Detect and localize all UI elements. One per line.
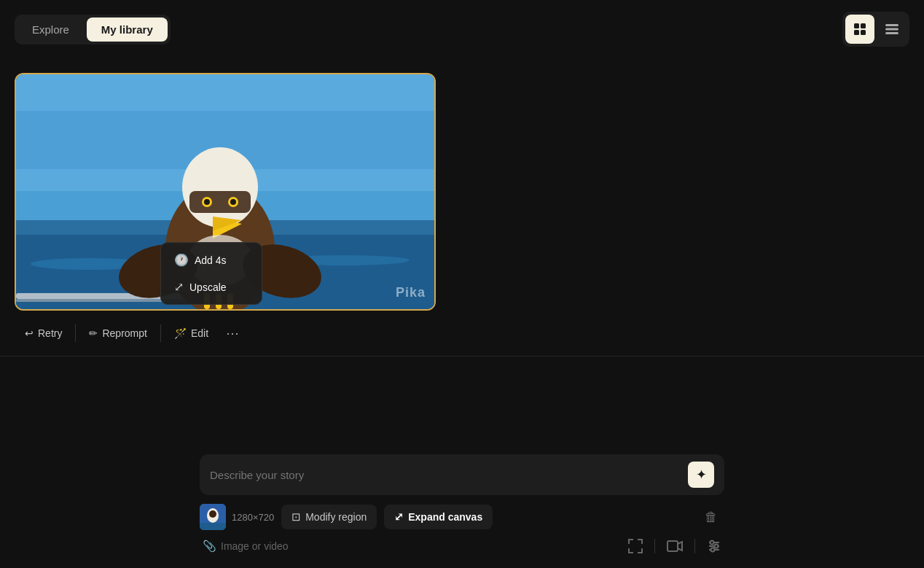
edit-pencil-icon: ✏	[89, 327, 98, 339]
svg-point-18	[182, 147, 258, 227]
bottom-toolbar: 📎 Image or video	[200, 539, 724, 553]
input-area: ✦ 1280×720 ⊡ Modify region ⤢ Expand canv…	[0, 454, 924, 568]
trash-button[interactable]: 🗑	[698, 504, 724, 530]
expand-canvas-icon: ⤢	[394, 510, 404, 524]
reprompt-button[interactable]: ✏ Reprompt	[79, 322, 157, 345]
attach-button[interactable]: 📎 Image or video	[203, 540, 289, 553]
nav-tabs: Explore My library	[15, 15, 171, 44]
clock-icon: 🕐	[174, 253, 189, 267]
modify-region-icon: ⊡	[291, 510, 301, 524]
svg-point-23	[230, 199, 236, 205]
thumbnail-svg	[200, 504, 226, 530]
fullscreen-icon	[628, 539, 643, 553]
retry-button[interactable]: ↩ Retry	[15, 322, 72, 345]
sparkle-icon: ✦	[696, 467, 707, 483]
svg-point-40	[710, 541, 714, 545]
thumbnail-area: 1280×720	[200, 504, 274, 530]
prompt-input[interactable]	[210, 469, 682, 481]
svg-point-42	[711, 548, 715, 552]
svg-rect-19	[189, 191, 251, 213]
video-icon	[667, 540, 683, 552]
svg-rect-5	[885, 28, 898, 31]
action-divider-1	[75, 324, 76, 342]
grid-view-btn[interactable]	[845, 15, 874, 44]
more-options-button[interactable]: ⋯	[220, 321, 245, 346]
view-controls	[842, 12, 909, 47]
list-view-btn[interactable]	[877, 15, 907, 44]
sliders-icon	[707, 539, 721, 553]
bottom-right-controls	[628, 539, 721, 553]
resolution-text: 1280×720	[232, 512, 274, 523]
expand-canvas-button[interactable]: ⤢ Expand canvas	[384, 505, 493, 529]
edit-button[interactable]: 🪄 Edit	[164, 322, 219, 345]
svg-point-21	[204, 199, 210, 205]
header: Explore My library	[0, 0, 924, 58]
main-content: Pika 🕐 Add 4s ⤢ Upscale ↩ Retry ✏ Reprom	[0, 58, 924, 349]
settings-button[interactable]	[707, 539, 721, 553]
fullscreen-button[interactable]	[628, 539, 643, 553]
explore-tab[interactable]: Explore	[17, 17, 84, 42]
svg-rect-6	[885, 32, 898, 34]
wand-icon: 🪄	[174, 327, 187, 339]
svg-rect-3	[861, 30, 866, 35]
bottom-divider-2	[694, 539, 695, 553]
svg-rect-35	[200, 523, 226, 530]
bottom-divider-1	[654, 539, 655, 553]
paperclip-icon: 📎	[203, 540, 216, 553]
action-divider-2	[160, 324, 161, 342]
prompt-row: ✦	[200, 454, 724, 495]
upscale-menu-item[interactable]: ⤢ Upscale	[164, 274, 259, 300]
modify-region-button[interactable]: ⊡ Modify region	[281, 505, 377, 529]
add-4s-menu-item[interactable]: 🕐 Add 4s	[164, 247, 259, 273]
svg-rect-0	[854, 23, 859, 28]
separator	[0, 356, 924, 357]
svg-rect-1	[861, 23, 866, 28]
image-card: Pika 🕐 Add 4s ⤢ Upscale ↩ Retry ✏ Reprom	[15, 73, 437, 349]
svg-point-34	[209, 510, 216, 518]
svg-rect-4	[885, 24, 898, 26]
action-bar: ↩ Retry ✏ Reprompt 🪄 Edit ⋯	[15, 318, 437, 349]
svg-rect-36	[667, 541, 678, 551]
grid-icon	[853, 23, 866, 36]
trash-icon: 🗑	[705, 510, 718, 525]
video-button[interactable]	[667, 540, 683, 552]
svg-rect-2	[854, 30, 859, 35]
toolbar-row: 1280×720 ⊡ Modify region ⤢ Expand canvas…	[200, 504, 724, 530]
sparkle-button[interactable]: ✦	[688, 462, 714, 488]
retry-icon: ↩	[25, 327, 34, 339]
expand-icon: ⤢	[174, 280, 184, 294]
pika-watermark: Pika	[396, 285, 426, 300]
my-library-tab[interactable]: My library	[87, 17, 168, 42]
hover-menu: 🕐 Add 4s ⤢ Upscale	[160, 242, 262, 305]
thumbnail-image	[200, 504, 226, 530]
svg-point-41	[715, 545, 719, 548]
list-icon	[885, 24, 898, 34]
